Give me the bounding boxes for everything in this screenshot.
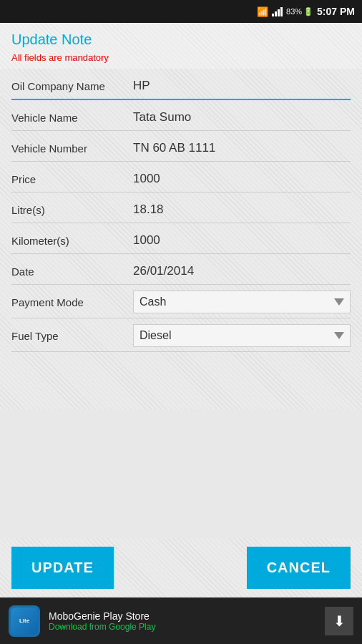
- form-container: Oil Company Name Vehicle Name Vehicle Nu…: [0, 69, 362, 409]
- fuel-type-arrow-icon: [334, 332, 344, 339]
- payment-mode-label: Payment Mode: [11, 296, 133, 308]
- cancel-button[interactable]: CANCEL: [247, 547, 351, 589]
- oil-company-label: Oil Company Name: [11, 80, 133, 92]
- signal-bars-icon: [272, 6, 283, 16]
- status-time: 5:07 PM: [317, 6, 355, 17]
- litres-row: Litre(s): [11, 192, 351, 223]
- fuel-type-value: Diesel: [140, 329, 171, 342]
- fuel-type-dropdown[interactable]: Diesel: [133, 324, 351, 347]
- ad-title: MoboGenie Play Store: [49, 610, 316, 622]
- update-button[interactable]: UPDATE: [11, 547, 114, 589]
- payment-mode-arrow-icon: [334, 298, 344, 306]
- litres-input[interactable]: [133, 201, 351, 218]
- payment-mode-dropdown[interactable]: Cash: [133, 291, 351, 313]
- vehicle-name-label: Vehicle Name: [11, 112, 133, 124]
- price-label: Price: [11, 173, 133, 185]
- kilometers-row: Kilometer(s): [11, 223, 351, 254]
- vehicle-number-input[interactable]: [133, 140, 351, 157]
- status-bar: 📶 83% 🔋 5:07 PM: [0, 0, 362, 23]
- litres-label: Litre(s): [11, 204, 133, 216]
- oil-company-input[interactable]: [133, 77, 351, 94]
- mandatory-notice: All fields are mandatory: [11, 52, 351, 63]
- oil-company-row: Oil Company Name: [11, 69, 351, 100]
- price-input[interactable]: [133, 170, 351, 187]
- date-input[interactable]: [133, 263, 351, 280]
- button-row: UPDATE CANCEL: [0, 538, 362, 597]
- price-row: Price: [11, 162, 351, 192]
- page-header: Update Note All fields are mandatory: [0, 23, 362, 69]
- page-title: Update Note: [11, 31, 351, 48]
- ad-download-button[interactable]: ⬇: [325, 607, 353, 635]
- payment-mode-value: Cash: [140, 296, 166, 308]
- battery-icon: 83% 🔋: [286, 7, 313, 16]
- ad-subtitle: Download from Google Play: [49, 622, 316, 632]
- date-label: Date: [11, 265, 133, 278]
- ad-app-icon: Lite: [9, 605, 40, 637]
- vehicle-number-label: Vehicle Number: [11, 142, 133, 155]
- ad-icon-label: Lite: [19, 618, 29, 624]
- battery-percentage: 83%: [286, 7, 302, 16]
- ad-icon-inner: Lite: [11, 608, 38, 635]
- payment-mode-row: Payment Mode Cash: [11, 285, 351, 318]
- date-row: Date: [11, 254, 351, 285]
- kilometers-input[interactable]: [133, 232, 351, 249]
- fuel-type-row: Fuel Type Diesel: [11, 318, 351, 352]
- fuel-type-label: Fuel Type: [11, 330, 133, 342]
- download-icon: ⬇: [333, 613, 346, 630]
- kilometers-label: Kilometer(s): [11, 235, 133, 247]
- vehicle-name-row: Vehicle Name: [11, 100, 351, 131]
- status-icons: 📶 83% 🔋 5:07 PM: [257, 6, 355, 17]
- wifi-icon: 📶: [257, 6, 268, 17]
- ad-text: MoboGenie Play Store Download from Googl…: [49, 610, 316, 632]
- ad-banner: Lite MoboGenie Play Store Download from …: [0, 597, 362, 644]
- vehicle-name-input[interactable]: [133, 109, 351, 126]
- vehicle-number-row: Vehicle Number: [11, 131, 351, 162]
